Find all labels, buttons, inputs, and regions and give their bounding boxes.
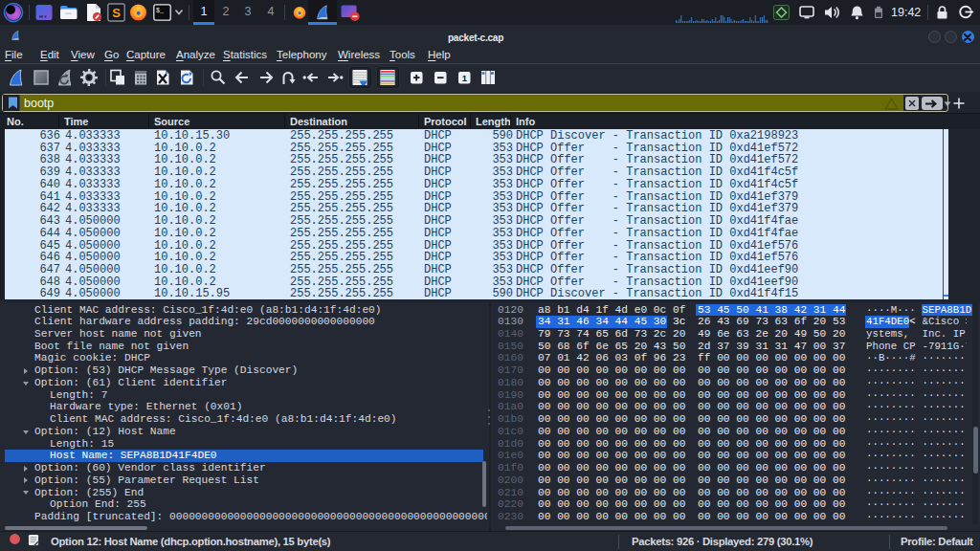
- svg-text:1: 1: [462, 73, 468, 83]
- svg-text:S: S: [112, 6, 121, 20]
- svg-text:$_: $_: [156, 8, 164, 14]
